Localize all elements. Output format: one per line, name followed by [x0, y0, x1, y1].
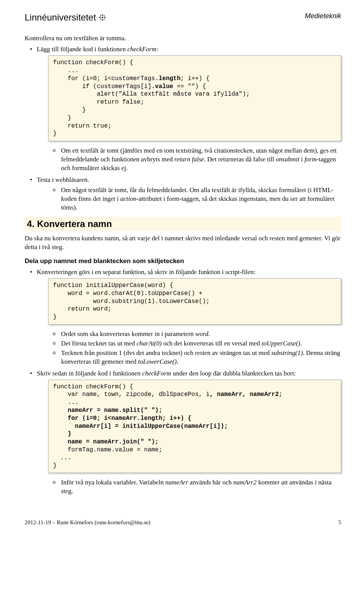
sub-italic: return false — [174, 156, 204, 163]
sub-italic: word — [195, 330, 208, 337]
sublist-item: Inför två nya lokala variabler. Variabel… — [50, 478, 341, 496]
svg-point-6 — [104, 15, 105, 16]
sub-italic: onsubmit — [276, 156, 299, 163]
svg-point-0 — [102, 17, 103, 18]
bullet-italic: checkForm — [142, 370, 171, 377]
sub-text: i — [300, 156, 304, 163]
svg-point-5 — [100, 15, 101, 16]
sub-italic: namArr2 — [233, 479, 256, 486]
bullet-list-1: Lägg till följande kod i funktionen chec… — [25, 45, 341, 212]
svg-point-7 — [100, 19, 101, 20]
bullet-item: Testa i webbläsaren. Om något textfält ä… — [28, 176, 341, 212]
bullet-text: Skriv sedan in följande kod i funktionen — [37, 370, 142, 377]
sub-text: Det första tecknet tas ut med — [61, 340, 136, 347]
bullet-text: under den loop där dubbla blanktecken ta… — [171, 370, 296, 377]
sublist-item: Det första tecknet tas ut med charAt(0) … — [50, 339, 341, 348]
sub-text: . — [208, 330, 210, 337]
svg-point-8 — [104, 19, 105, 20]
page-footer: 2012-11-19 – Rune Körnefors (rune.kornef… — [25, 517, 341, 526]
bullet-list-2: Konverteringen görs i en separat funktio… — [25, 268, 341, 496]
sub-text: Inför två nya lokala variabler. Variabel… — [61, 479, 165, 486]
code-block-2: function initialUpperCase(word) { word =… — [48, 278, 341, 325]
sublist-item: Om något textfält är tomt, får du felmed… — [50, 186, 341, 212]
svg-point-2 — [102, 19, 103, 20]
sub-text: används här och — [188, 479, 233, 486]
sub-italic: toUpperCase() — [262, 340, 300, 347]
sublist-2: Om något textfält är tomt, får du felmed… — [49, 186, 341, 212]
code-bold: .length — [155, 75, 180, 82]
sub-text: . — [177, 358, 178, 365]
code-block-3: function checkForm() { var name, town, z… — [48, 380, 341, 473]
bullet-item: Konverteringen görs i en separat funktio… — [28, 268, 341, 366]
sublist-4: Inför två nya lokala variabler. Variabel… — [49, 478, 341, 496]
bullet-text: Testa i webbläsaren. — [37, 176, 89, 183]
header-right: Medieteknik — [305, 11, 341, 20]
sub-italic: action — [120, 195, 136, 202]
svg-point-3 — [99, 17, 100, 18]
bullet-text: Konverteringen görs i en separat funktio… — [37, 268, 255, 276]
sub-italic: form — [304, 156, 317, 163]
code-bold: .value — [151, 83, 173, 90]
sub-text: och det konverteras till en versal med — [162, 340, 261, 347]
subsection-heading: Dela upp namnet med blanktecken som skil… — [25, 257, 341, 266]
footer-page-number: 5 — [339, 519, 342, 526]
bullet-text: : — [156, 46, 158, 53]
sublist-item: Ordet som ska konverteras kommer in i pa… — [50, 330, 341, 339]
code-bold: nameArr = name.split(" "); for (i=0; i<n… — [53, 407, 228, 445]
logo-flower-icon — [98, 13, 107, 22]
code-bold: , nameArr, nameArr2 — [210, 391, 279, 398]
logo-text: Linnéuniversitetet — [25, 11, 96, 24]
logo: Linnéuniversitetet — [25, 11, 107, 24]
sublist-item: Om ett textfält är tomt (jämförs med en … — [50, 147, 341, 173]
page-header: Linnéuniversitetet Medieteknik — [25, 11, 341, 24]
footer-left: 2012-11-19 – Rune Körnefors (rune.kornef… — [25, 519, 151, 526]
sub-text: . — [300, 340, 302, 347]
sub-text: Tecknen från position 1 (dvs det andra t… — [61, 349, 271, 356]
sub-italic: toLowerCase() — [138, 358, 177, 365]
intro-text: Kontrollera nu om textfälten är tomma. — [25, 34, 341, 43]
sublist-1: Om ett textfält är tomt (jämförs med en … — [49, 147, 341, 173]
sublist-item: Tecknen från position 1 (dvs det andra t… — [50, 349, 341, 366]
code-text: == "") { alert("Alla textfält måste vara… — [53, 83, 249, 137]
sub-italic: charAt(0) — [136, 340, 162, 347]
svg-point-1 — [102, 14, 103, 16]
sublist-3: Ordet som ska konverteras kommer in i pa… — [49, 330, 341, 366]
code-text: function checkForm() { var name, town, z… — [53, 383, 210, 398]
code-text: function checkForm() { ... for (i=0; i<c… — [53, 59, 155, 82]
bullet-italic: checkForm — [127, 46, 156, 53]
code-block-1: function checkForm() { ... for (i=0; i<c… — [48, 55, 341, 141]
sub-text: Ordet som ska konverteras kommer in i pa… — [61, 330, 195, 337]
bullet-item: Lägg till följande kod i funktionen chec… — [28, 45, 341, 173]
section-4-para: Du ska nu konvertera kundens namn, så at… — [25, 234, 341, 252]
svg-point-4 — [104, 17, 105, 18]
bullet-text: Lägg till följande kod i funktionen — [37, 46, 127, 53]
sub-italic: nameArr — [165, 479, 188, 486]
section-heading-4: 4. Konvertera namn — [25, 217, 341, 231]
sub-italic: substring(1) — [271, 349, 303, 356]
code-text: formTag.name.value = name; ... } — [53, 446, 162, 469]
sub-text: . Det returneras då false till — [204, 156, 276, 163]
bullet-item: Skriv sedan in följande kod i funktionen… — [28, 369, 341, 496]
